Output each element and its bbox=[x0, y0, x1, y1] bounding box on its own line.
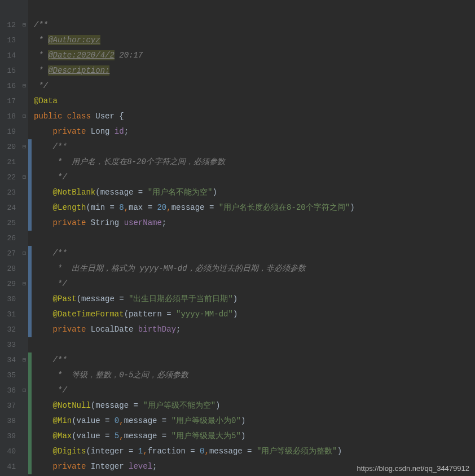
fold-icon[interactable]: ⊟ bbox=[20, 276, 28, 292]
code-line: /** bbox=[34, 352, 475, 368]
fold-icon[interactable]: ⊟ bbox=[20, 170, 28, 185]
fold-icon[interactable]: ⊟ bbox=[20, 352, 28, 368]
code-line: */ bbox=[34, 276, 475, 292]
fold-icon[interactable]: ⊟ bbox=[20, 246, 28, 261]
fold-icon[interactable]: ⊟ bbox=[20, 109, 28, 124]
line-number: 21 bbox=[7, 155, 16, 170]
fold-icon bbox=[20, 200, 28, 215]
line-number: 16 bbox=[7, 78, 16, 94]
fold-icon bbox=[20, 215, 28, 231]
line-number: 22 bbox=[7, 170, 16, 185]
line-number: 40 bbox=[7, 444, 16, 459]
fold-icon bbox=[20, 459, 28, 474]
line-number: 19 bbox=[7, 124, 16, 139]
code-line: @Data bbox=[34, 94, 475, 109]
fold-icon bbox=[20, 33, 28, 48]
code-line: /** bbox=[34, 139, 475, 155]
line-number: 26 bbox=[7, 231, 16, 246]
line-number bbox=[7, 2, 16, 17]
code-line: @Max(value = 5,message = "用户等级最大为5") bbox=[34, 429, 475, 444]
fold-icon[interactable]: ⊟ bbox=[20, 383, 28, 398]
fold-icon bbox=[20, 48, 28, 63]
line-number: 33 bbox=[7, 337, 16, 352]
line-number: 30 bbox=[7, 292, 16, 307]
fold-icon bbox=[20, 63, 28, 78]
code-line: @Min(value = 0,message = "用户等级最小为0") bbox=[34, 413, 475, 429]
code-line: private String userName; bbox=[34, 215, 475, 231]
fold-icon bbox=[20, 429, 28, 444]
fold-icon bbox=[20, 444, 28, 459]
line-number: 13 bbox=[7, 33, 16, 48]
line-number: 20 bbox=[7, 139, 16, 155]
code-line: * 用户名，长度在8-20个字符之间，必须参数 bbox=[34, 155, 475, 170]
watermark-text: https://blog.csdn.net/qq_34479912 bbox=[357, 464, 470, 473]
line-number: 12 bbox=[7, 17, 16, 33]
fold-icon[interactable]: ⊟ bbox=[20, 78, 28, 94]
code-line: /** bbox=[34, 17, 475, 33]
line-number: 14 bbox=[7, 48, 16, 63]
line-number: 37 bbox=[7, 398, 16, 413]
code-line: @DateTimeFormat(pattern = "yyyy-MM-dd") bbox=[34, 307, 475, 322]
code-line: * @Date:2020/4/2 20:17 bbox=[34, 48, 475, 63]
line-number: 27 bbox=[7, 246, 16, 261]
fold-icon bbox=[20, 185, 28, 200]
fold-icon bbox=[20, 307, 28, 322]
code-line: public class User { bbox=[34, 109, 475, 124]
fold-column[interactable]: ⊟⊟⊟⊟⊟⊟⊟⊟⊟ bbox=[20, 0, 28, 476]
code-line: */ bbox=[34, 170, 475, 185]
code-line: * 出生日期，格式为 yyyy-MM-dd，必须为过去的日期，非必须参数 bbox=[34, 261, 475, 276]
fold-icon bbox=[20, 322, 28, 337]
line-number: 32 bbox=[7, 322, 16, 337]
line-number: 36 bbox=[7, 383, 16, 398]
code-line: */ bbox=[34, 383, 475, 398]
code-line bbox=[34, 337, 475, 352]
line-number: 29 bbox=[7, 276, 16, 292]
line-number: 15 bbox=[7, 63, 16, 78]
fold-icon bbox=[20, 2, 28, 17]
fold-icon bbox=[20, 124, 28, 139]
fold-icon bbox=[20, 292, 28, 307]
line-number: 24 bbox=[7, 200, 16, 215]
line-number: 28 bbox=[7, 261, 16, 276]
fold-icon bbox=[20, 398, 28, 413]
line-number: 35 bbox=[7, 368, 16, 383]
code-line: @NotBlank(message = "用户名不能为空") bbox=[34, 185, 475, 200]
fold-icon bbox=[20, 261, 28, 276]
code-line: private LocalDate birthDay; bbox=[34, 322, 475, 337]
fold-icon bbox=[20, 337, 28, 352]
code-line: @NotNull(message = "用户等级不能为空") bbox=[34, 398, 475, 413]
line-number: 31 bbox=[7, 307, 16, 322]
fold-icon bbox=[20, 94, 28, 109]
code-line bbox=[34, 231, 475, 246]
code-line bbox=[34, 2, 475, 17]
line-number: 38 bbox=[7, 413, 16, 429]
fold-icon[interactable]: ⊟ bbox=[20, 17, 28, 33]
line-number: 25 bbox=[7, 215, 16, 231]
code-line: private Long id; bbox=[34, 124, 475, 139]
fold-icon bbox=[20, 413, 28, 429]
code-editor[interactable]: 1213141516171819202122232425262728293031… bbox=[0, 0, 475, 476]
code-area[interactable]: /** * @Author:cyz * @Date:2020/4/2 20:17… bbox=[32, 0, 475, 476]
line-number: 41 bbox=[7, 459, 16, 474]
line-number: 18 bbox=[7, 109, 16, 124]
code-line: * 等级，整数，0-5之间，必须参数 bbox=[34, 368, 475, 383]
line-number: 39 bbox=[7, 429, 16, 444]
line-number-gutter: 1213141516171819202122232425262728293031… bbox=[0, 0, 20, 476]
code-line: * @Author:cyz bbox=[34, 33, 475, 48]
code-line: */ bbox=[34, 78, 475, 94]
code-line: @Digits(integer = 1,fraction = 0,message… bbox=[34, 444, 475, 459]
fold-icon bbox=[20, 231, 28, 246]
fold-icon bbox=[20, 368, 28, 383]
fold-icon bbox=[20, 155, 28, 170]
code-line: /** bbox=[34, 246, 475, 261]
line-number: 23 bbox=[7, 185, 16, 200]
code-line: @Length(min = 8,max = 20,message = "用户名长… bbox=[34, 200, 475, 215]
fold-icon[interactable]: ⊟ bbox=[20, 139, 28, 155]
code-line: * @Description: bbox=[34, 63, 475, 78]
code-line: @Past(message = "出生日期必须早于当前日期") bbox=[34, 292, 475, 307]
line-number: 17 bbox=[7, 94, 16, 109]
line-number: 34 bbox=[7, 352, 16, 368]
